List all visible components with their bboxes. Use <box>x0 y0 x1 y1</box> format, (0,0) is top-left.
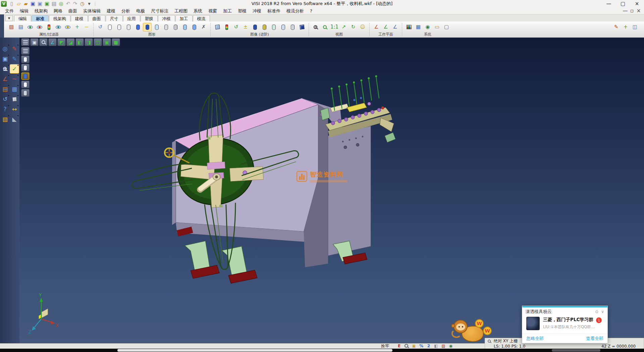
sidebar-edit-arc-icon[interactable]: ✎ <box>10 54 19 63</box>
menu-item[interactable]: 线架构 <box>32 7 51 14</box>
menu-item[interactable]: ? <box>307 7 315 14</box>
show-remove-icon[interactable]: − <box>82 23 91 32</box>
zoom-dynamic-icon[interactable] <box>39 38 48 46</box>
shaded-icon[interactable] <box>133 23 142 32</box>
menu-item[interactable]: 工程图 <box>171 7 191 14</box>
menu-item[interactable]: 冲模 <box>250 7 264 14</box>
status-target-icon[interactable]: ◉ <box>447 343 454 349</box>
menu-item[interactable]: 编辑 <box>17 7 32 14</box>
minimize-button[interactable]: — <box>602 0 616 7</box>
sidebar-cube-icon[interactable] <box>10 95 19 103</box>
mdi-minimize-button[interactable]: — <box>622 8 629 13</box>
iso-view-bottom-icon[interactable]: ◪ <box>66 38 75 46</box>
iso-view-solid-icon[interactable]: ■ <box>112 38 120 46</box>
import-icon[interactable]: ▰ <box>22 1 29 7</box>
iso-view-top-icon[interactable]: ◩ <box>57 38 66 46</box>
sidebar-attributes-icon[interactable]: ▤ <box>1 85 9 93</box>
ribbon-extra-markup-icon[interactable]: ✎ <box>612 23 621 32</box>
iso-view-left-icon[interactable]: ◧ <box>75 38 84 46</box>
shade-dynamic-icon[interactable] <box>190 23 199 32</box>
tab-dropdown-button[interactable]: ▼ <box>5 15 13 21</box>
wireframe-icon[interactable] <box>105 23 114 32</box>
status-zoom-icon[interactable] <box>403 343 410 349</box>
sidebar-zoom-inout-icon[interactable]: ± <box>1 64 9 73</box>
more-commands-icon[interactable]: ▾ <box>86 1 93 7</box>
render-settings-icon[interactable]: ✗ <box>199 23 208 32</box>
status-snap-icon[interactable]: E <box>396 343 402 349</box>
shade-hidden-icon[interactable] <box>21 64 30 72</box>
undo-icon[interactable]: ↶ <box>65 1 71 7</box>
menu-item[interactable]: 模流分析 <box>283 7 307 14</box>
status-solid-icon[interactable]: ◧ <box>433 343 439 349</box>
shade-selected-icon[interactable] <box>180 23 189 32</box>
tab[interactable]: 冲模 <box>158 15 175 21</box>
refresh-visibility-icon[interactable] <box>54 23 63 32</box>
chevron-down-icon[interactable]: ∨ <box>601 309 604 314</box>
sidebar-layers-icon[interactable]: ▧ <box>1 115 9 124</box>
edit-attributes-icon[interactable]: ▨ <box>7 23 16 32</box>
show-entities-icon[interactable] <box>26 23 35 32</box>
print-preview-icon[interactable]: ◎ <box>58 1 64 7</box>
tab[interactable]: 曲面 <box>88 15 105 21</box>
copy-attributes-icon[interactable]: ▤ <box>16 23 25 32</box>
history-icon[interactable]: ◷ <box>79 1 86 7</box>
workplane-align-icon[interactable]: ∠ <box>391 23 399 32</box>
settings-gear-icon[interactable]: ⊙ <box>595 309 598 314</box>
flat-shaded-icon[interactable] <box>162 23 170 32</box>
translucent-icon[interactable] <box>152 23 161 32</box>
tab[interactable]: 尺寸 <box>106 15 123 21</box>
iso-view-back-icon[interactable]: ▣ <box>103 38 111 46</box>
workplane-edit-icon[interactable]: ∠ <box>381 23 390 32</box>
zoom-window-icon[interactable] <box>321 23 329 32</box>
open-file-icon[interactable]: ▱ <box>15 1 22 7</box>
notification-message[interactable]: 三菱，西门子PLC学习群 LIU:①本团队有几十万QQ群，… 1 <box>522 316 607 334</box>
shade-striped-icon[interactable] <box>21 89 30 97</box>
advanced-toggle-icon[interactable]: ± <box>241 23 250 32</box>
viewport-3d[interactable]: Y X Z ▣∠◩◪◧◨◫▣■ 智造资料网 WW <box>19 38 644 343</box>
zoom-actual-icon[interactable]: 1:1 <box>330 23 339 32</box>
solid-copy-icon[interactable] <box>279 23 287 32</box>
sidebar-spline-icon[interactable]: ~ <box>10 75 19 83</box>
sidebar-plane-icon[interactable]: ◣ <box>10 115 19 124</box>
close-button[interactable]: × <box>630 0 644 7</box>
menu-item[interactable]: 分析 <box>118 7 133 14</box>
status-count-icon[interactable]: 2 <box>425 343 432 349</box>
sidebar-window-icon[interactable]: ▦ <box>10 85 19 93</box>
shading-menu-icon[interactable] <box>21 47 30 55</box>
toggle-visibility-icon[interactable] <box>63 23 72 32</box>
menu-item[interactable]: 塑模 <box>235 7 250 14</box>
menu-item[interactable]: 建模 <box>104 7 118 14</box>
ignore-all-link[interactable]: 忽略全部 <box>526 336 544 342</box>
rotate-view-icon[interactable]: ↻ <box>349 23 358 32</box>
shaded-edges-icon[interactable] <box>143 23 152 32</box>
axis-triad-icon[interactable]: ∠ <box>48 38 57 46</box>
hide-entities-icon[interactable] <box>35 23 44 32</box>
workplane-set-icon[interactable]: ∠ <box>372 23 381 32</box>
print-icon[interactable]: ▤ <box>51 1 57 7</box>
maximize-button[interactable]: ▢ <box>616 0 630 7</box>
menu-item[interactable]: 系统 <box>191 7 205 14</box>
ruler-settings-icon[interactable]: ▭ <box>433 23 441 32</box>
system-tools-icon[interactable]: ◉ <box>423 23 432 32</box>
tab[interactable]: 线架构 <box>49 15 70 21</box>
status-palette-icon[interactable]: ▨ <box>440 343 447 349</box>
filter-traffic-icon[interactable] <box>45 23 53 32</box>
sidebar-workplane-icon[interactable]: ∠ <box>1 75 9 83</box>
iso-view-right-icon[interactable]: ◨ <box>85 38 93 46</box>
tab[interactable]: 标准 <box>32 15 49 21</box>
color-table-icon[interactable] <box>405 23 413 32</box>
sidebar-zoom-select-icon[interactable]: ◎ <box>1 44 9 53</box>
hidden-dashed-icon[interactable] <box>124 23 133 32</box>
view-all-link[interactable]: 查看全部 <box>586 336 603 342</box>
menu-item[interactable]: 尺寸标注 <box>148 7 171 14</box>
sidebar-zoom-extents-icon[interactable]: ▣ <box>1 54 9 63</box>
menu-item[interactable]: 视窗 <box>205 7 220 14</box>
tab[interactable]: 编辑 <box>14 15 31 21</box>
ribbon-extra-panel-icon[interactable]: ◫ <box>631 23 639 32</box>
shade-flat-icon[interactable] <box>21 81 30 88</box>
save-as-icon[interactable]: ▣ <box>37 1 43 7</box>
lock-toggle[interactable]: 拴牢 <box>381 344 389 349</box>
view-orient-icon[interactable]: ☺ <box>358 23 367 32</box>
solid-dark-icon[interactable] <box>251 23 259 32</box>
solid-view-icon[interactable] <box>298 23 306 32</box>
